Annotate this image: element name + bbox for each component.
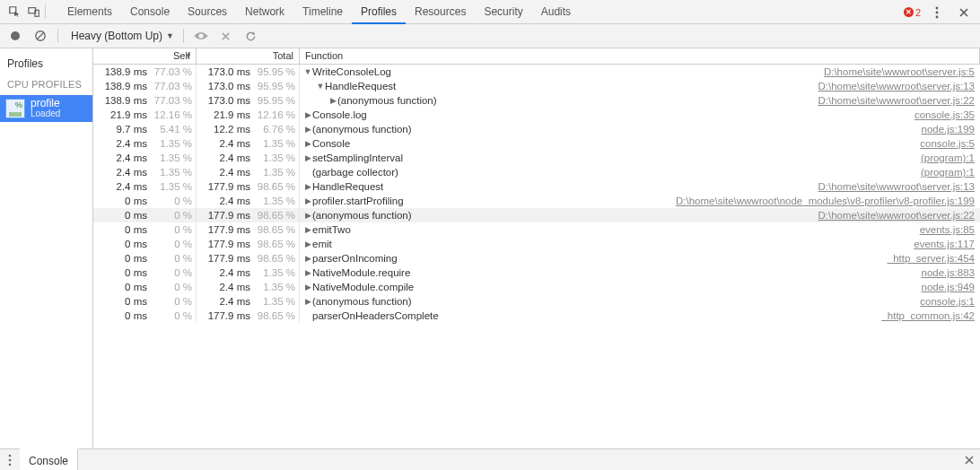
disclosure-right-icon[interactable]: ▶	[303, 179, 312, 194]
table-row[interactable]: 2.4 ms1.35 %177.9 ms98.65 %▶HandleReques…	[93, 179, 980, 194]
disclosure-right-icon[interactable]: ▶	[303, 294, 312, 309]
tab-audits[interactable]: Audits	[532, 0, 580, 24]
kebab-menu-icon[interactable]	[928, 4, 946, 22]
total-pct: 98.65 %	[252, 208, 295, 222]
col-self[interactable]: Self ▼	[93, 48, 197, 64]
focus-icon[interactable]	[193, 28, 209, 44]
source-link[interactable]: D:\home\site\wwwroot\server.js:13	[818, 79, 975, 93]
source-link[interactable]: D:\home\site\wwwroot\node_modules\v8-pro…	[676, 194, 975, 208]
source-link[interactable]: console.js:5	[920, 136, 975, 151]
function-name: (anonymous function)	[312, 122, 412, 136]
close-devtools-icon[interactable]	[955, 4, 973, 22]
table-row[interactable]: 0 ms0 %177.9 ms98.65 %▶emitevents.js:117	[93, 237, 980, 251]
source-link[interactable]: node.js:199	[922, 122, 975, 136]
sidebar-item-profile[interactable]: profile Loaded	[0, 95, 92, 122]
col-function[interactable]: Function	[300, 48, 980, 64]
tab-sources[interactable]: Sources	[179, 0, 236, 24]
view-mode-select[interactable]: Heavy (Bottom Up) ▼	[71, 30, 174, 42]
exclude-icon[interactable]	[218, 28, 234, 44]
function-name: parserOnIncoming	[312, 251, 398, 265]
disclosure-down-icon[interactable]: ▼	[316, 79, 325, 93]
total-pct: 98.65 %	[252, 179, 295, 194]
source-link[interactable]: _http_server.js:454	[888, 251, 975, 265]
disclosure-right-icon[interactable]: ▶	[303, 208, 312, 222]
tab-profiles[interactable]: Profiles	[352, 0, 406, 24]
total-pct: 1.35 %	[252, 151, 295, 165]
profile-table: Self ▼ Total Function 138.9 ms77.03 %173…	[93, 48, 980, 448]
table-row[interactable]: 21.9 ms12.16 %21.9 ms12.16 %▶Console.log…	[93, 108, 980, 122]
drawer-close-icon[interactable]	[958, 449, 980, 471]
disclosure-right-icon[interactable]: ▶	[303, 222, 312, 237]
source-link[interactable]: console.js:35	[914, 108, 975, 122]
self-ms: 0 ms	[93, 265, 147, 280]
tab-resources[interactable]: Resources	[406, 0, 475, 24]
table-row[interactable]: 0 ms0 %177.9 ms98.65 %parserOnHeadersCom…	[93, 309, 980, 323]
table-row[interactable]: 0 ms0 %177.9 ms98.65 %▶(anonymous functi…	[93, 208, 980, 222]
table-row[interactable]: 9.7 ms5.41 %12.2 ms6.76 %▶(anonymous fun…	[93, 122, 980, 136]
inspect-element-icon[interactable]	[5, 3, 23, 21]
source-link[interactable]: D:\home\site\wwwroot\server.js:22	[818, 208, 975, 222]
source-link[interactable]: node.js:949	[922, 280, 975, 294]
drawer-kebab-icon[interactable]	[0, 449, 20, 471]
table-row[interactable]: 2.4 ms1.35 %2.4 ms1.35 %▶Consoleconsole.…	[93, 136, 980, 151]
total-ms: 177.9 ms	[197, 179, 250, 194]
table-row[interactable]: 138.9 ms77.03 %173.0 ms95.95 %▼WriteCons…	[93, 65, 980, 79]
disclosure-right-icon[interactable]: ▶	[303, 280, 312, 294]
source-link[interactable]: D:\home\site\wwwroot\server.js:22	[818, 93, 975, 108]
tab-security[interactable]: Security	[475, 0, 531, 24]
table-body[interactable]: 138.9 ms77.03 %173.0 ms95.95 %▼WriteCons…	[93, 65, 980, 448]
col-total[interactable]: Total	[197, 48, 300, 64]
tab-console[interactable]: Console	[121, 0, 179, 24]
svg-point-2	[936, 6, 939, 9]
disclosure-right-icon[interactable]: ▶	[303, 122, 312, 136]
disclosure-right-icon[interactable]: ▶	[303, 237, 312, 251]
disclosure-down-icon[interactable]: ▼	[303, 65, 312, 79]
table-row[interactable]: 138.9 ms77.03 %173.0 ms95.95 %▶(anonymou…	[93, 93, 980, 108]
disclosure-right-icon[interactable]: ▶	[303, 136, 312, 151]
disclosure-right-icon[interactable]: ▶	[303, 251, 312, 265]
tab-network[interactable]: Network	[236, 0, 293, 24]
table-row[interactable]: 0 ms0 %177.9 ms98.65 %▶parserOnIncoming_…	[93, 251, 980, 265]
drawer-tab-console[interactable]: Console	[20, 448, 78, 470]
self-pct: 0 %	[149, 294, 192, 309]
clear-icon[interactable]	[32, 28, 48, 44]
reload-icon[interactable]	[243, 28, 259, 44]
disclosure-right-icon[interactable]: ▶	[303, 265, 312, 280]
source-link[interactable]: (program):1	[921, 165, 975, 179]
table-row[interactable]: 2.4 ms1.35 %2.4 ms1.35 %(garbage collect…	[93, 165, 980, 179]
table-row[interactable]: 138.9 ms77.03 %173.0 ms95.95 %▼HandleReq…	[93, 79, 980, 93]
disclosure-right-icon[interactable]: ▶	[328, 93, 337, 108]
table-row[interactable]: 0 ms0 %2.4 ms1.35 %▶NativeModule.require…	[93, 265, 980, 280]
total-ms: 2.4 ms	[197, 294, 250, 309]
svg-point-9	[9, 463, 12, 466]
record-icon[interactable]	[7, 28, 23, 44]
source-link[interactable]: _http_common.js:42	[881, 309, 975, 323]
total-ms: 2.4 ms	[197, 194, 250, 208]
source-link[interactable]: events.js:85	[920, 222, 975, 237]
table-row[interactable]: 0 ms0 %2.4 ms1.35 %▶NativeModule.compile…	[93, 280, 980, 294]
function-name: NativeModule.require	[312, 265, 410, 280]
self-pct: 1.35 %	[149, 179, 192, 194]
tab-elements[interactable]: Elements	[58, 0, 121, 24]
source-link[interactable]: console.js:1	[920, 294, 975, 309]
disclosure-right-icon[interactable]: ▶	[303, 194, 312, 208]
total-ms: 2.4 ms	[197, 151, 250, 165]
function-name: (garbage collector)	[312, 165, 398, 179]
tab-timeline[interactable]: Timeline	[293, 0, 352, 24]
self-ms: 0 ms	[93, 194, 147, 208]
source-link[interactable]: node.js:883	[922, 265, 975, 280]
table-row[interactable]: 0 ms0 %2.4 ms1.35 %▶profiler.startProfil…	[93, 194, 980, 208]
source-link[interactable]: events.js:117	[914, 237, 975, 251]
device-toggle-icon[interactable]	[25, 3, 43, 21]
disclosure-right-icon[interactable]: ▶	[303, 108, 312, 122]
table-row[interactable]: 0 ms0 %2.4 ms1.35 %▶(anonymous function)…	[93, 294, 980, 309]
source-link[interactable]: (program):1	[921, 151, 975, 165]
total-ms: 177.9 ms	[197, 237, 250, 251]
disclosure-right-icon[interactable]: ▶	[303, 151, 312, 165]
source-link[interactable]: D:\home\site\wwwroot\server.js:13	[818, 179, 975, 194]
source-link[interactable]: D:\home\site\wwwroot\server.js:5	[824, 65, 975, 79]
error-indicator[interactable]: ✕ 2	[904, 7, 921, 18]
table-row[interactable]: 2.4 ms1.35 %2.4 ms1.35 %▶setSamplingInte…	[93, 151, 980, 165]
table-row[interactable]: 0 ms0 %177.9 ms98.65 %▶emitTwoevents.js:…	[93, 222, 980, 237]
sidebar-item-label: profile	[31, 98, 60, 109]
